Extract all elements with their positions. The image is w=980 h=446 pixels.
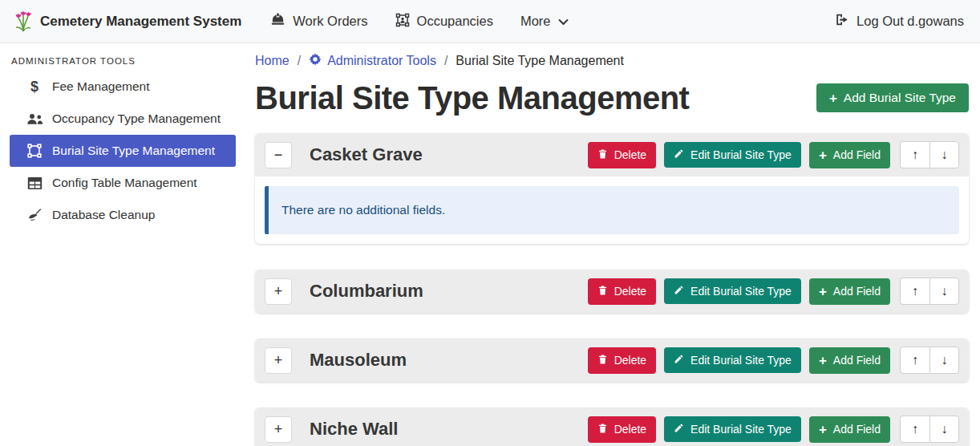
chevron-down-icon <box>558 14 569 29</box>
vector-square-icon <box>24 144 45 158</box>
gear-icon <box>309 53 322 69</box>
nav-item-more[interactable]: More <box>509 7 580 35</box>
panel-body: There are no additional fields. <box>255 176 969 244</box>
breadcrumb: Home / Administrator Tools / Burial Site… <box>255 53 969 69</box>
add-field-button[interactable]: + Add Field <box>809 278 890 305</box>
sidebar-item-label: Burial Site Type Management <box>52 144 215 158</box>
top-navbar: Cemetery Management System Work Orders <box>0 0 980 43</box>
add-field-button[interactable]: + Add Field <box>809 347 890 374</box>
add-field-label: Add Field <box>833 148 881 161</box>
sidebar-item-label: Database Cleanup <box>52 208 155 222</box>
panel-title: Mausoleum <box>310 350 407 371</box>
move-down-button[interactable]: ↓ <box>929 347 959 374</box>
nav-item-occupancies[interactable]: Occupancies <box>384 6 504 37</box>
move-up-button[interactable]: ↑ <box>900 416 929 443</box>
pencil-icon <box>674 285 684 298</box>
collapse-toggle-button[interactable]: − <box>265 142 292 168</box>
move-down-button[interactable]: ↓ <box>929 278 959 305</box>
dollar-icon: $ <box>24 79 45 95</box>
add-burial-site-type-button[interactable]: + Add Burial Site Type <box>816 83 969 112</box>
edit-label: Edit Burial Site Type <box>690 354 792 367</box>
table-icon <box>24 176 45 190</box>
move-up-button[interactable]: ↑ <box>900 278 929 305</box>
move-down-button[interactable]: ↓ <box>929 141 959 168</box>
expand-toggle-button[interactable]: + <box>265 347 292 374</box>
panel-header: + Niche Wall Delete Edit Burial Site Typ… <box>255 407 969 446</box>
add-field-label: Add Field <box>833 423 881 436</box>
edit-burial-site-type-button[interactable]: Edit Burial Site Type <box>664 278 801 304</box>
move-down-button[interactable]: ↓ <box>929 416 959 443</box>
broom-icon <box>24 208 45 222</box>
users-icon <box>24 113 45 125</box>
plus-icon: + <box>819 285 827 298</box>
delete-label: Delete <box>614 354 646 367</box>
edit-burial-site-type-button[interactable]: Edit Burial Site Type <box>664 347 801 373</box>
logout-icon <box>835 13 849 30</box>
pencil-icon <box>674 354 684 367</box>
breadcrumb-admin-tools-link[interactable]: Administrator Tools <box>309 53 436 69</box>
delete-label: Delete <box>614 148 646 161</box>
nav-label: Occupancies <box>417 14 493 29</box>
sidebar-item-database-cleanup[interactable]: Database Cleanup <box>10 199 236 231</box>
reorder-button-group: ↑ ↓ <box>900 278 959 305</box>
tulip-logo-icon <box>13 8 34 35</box>
nav-item-work-orders[interactable]: Work Orders <box>259 6 379 36</box>
panel-actions: Delete Edit Burial Site Type + Add Field… <box>580 416 959 443</box>
sidebar-item-occupancy-type-management[interactable]: Occupancy Type Management <box>10 103 236 135</box>
sidebar-item-burial-site-type-management[interactable]: Burial Site Type Management <box>10 135 236 167</box>
breadcrumb-home-link[interactable]: Home <box>255 54 290 68</box>
move-up-button[interactable]: ↑ <box>900 141 929 168</box>
add-field-button[interactable]: + Add Field <box>809 142 890 168</box>
sidebar-item-label: Config Table Management <box>52 176 197 190</box>
nav-links: Work Orders Occupan <box>259 6 579 37</box>
add-burial-site-type-label: Add Burial Site Type <box>844 91 956 105</box>
expand-toggle-button[interactable]: + <box>265 278 292 305</box>
plus-icon: + <box>819 423 827 436</box>
sidebar: ADMINISTRATOR TOOLS $ Fee Management Occ… <box>0 43 236 446</box>
panel-actions: Delete Edit Burial Site Type + Add Field… <box>580 278 959 305</box>
brand[interactable]: Cemetery Management System <box>13 8 241 35</box>
panel-mausoleum: + Mausoleum Delete Edit Burial Site Type… <box>255 339 969 382</box>
delete-button[interactable]: Delete <box>588 416 656 443</box>
panel-columbarium: + Columbarium Delete Edit Burial Site Ty… <box>255 270 969 313</box>
sidebar-item-fee-management[interactable]: $ Fee Management <box>10 71 236 103</box>
delete-button[interactable]: Delete <box>588 142 656 168</box>
add-field-button[interactable]: + Add Field <box>809 416 890 443</box>
delete-label: Delete <box>614 423 646 436</box>
sidebar-heading: ADMINISTRATOR TOOLS <box>10 43 236 71</box>
breadcrumb-admin-tools-label: Administrator Tools <box>327 54 436 68</box>
no-fields-info-alert: There are no additional fields. <box>265 186 959 234</box>
logout-label: Log Out d.gowans <box>856 14 964 29</box>
delete-label: Delete <box>614 285 646 298</box>
breadcrumb-separator: / <box>436 54 456 68</box>
panel-actions: Delete Edit Burial Site Type + Add Field… <box>580 347 959 374</box>
pencil-icon <box>674 148 684 161</box>
logout-button[interactable]: Log Out d.gowans <box>832 6 967 36</box>
sidebar-item-config-table-management[interactable]: Config Table Management <box>10 167 236 199</box>
panel-casket-grave: − Casket Grave Delete Edit Burial Site T… <box>255 133 969 244</box>
title-row: Burial Site Type Management + Add Burial… <box>255 80 969 116</box>
plus-icon: + <box>819 148 827 162</box>
breadcrumb-current: Burial Site Type Management <box>456 54 624 68</box>
edit-burial-site-type-button[interactable]: Edit Burial Site Type <box>664 416 801 442</box>
app-title: Cemetery Management System <box>40 14 241 30</box>
breadcrumb-separator: / <box>290 54 309 68</box>
main-content: Home / Administrator Tools / Burial Site… <box>236 43 980 446</box>
pencil-icon <box>674 423 684 436</box>
move-up-button[interactable]: ↑ <box>900 347 929 374</box>
delete-button[interactable]: Delete <box>588 347 656 374</box>
plus-icon: + <box>829 91 837 105</box>
reorder-button-group: ↑ ↓ <box>900 347 959 374</box>
add-field-label: Add Field <box>833 354 881 367</box>
sidebar-item-label: Occupancy Type Management <box>52 112 221 126</box>
delete-button[interactable]: Delete <box>588 278 656 305</box>
trash-icon <box>597 148 608 162</box>
panel-title: Columbarium <box>310 281 423 302</box>
expand-toggle-button[interactable]: + <box>265 416 292 443</box>
panel-title: Casket Grave <box>310 144 423 165</box>
edit-burial-site-type-button[interactable]: Edit Burial Site Type <box>664 142 801 168</box>
reorder-button-group: ↑ ↓ <box>900 141 959 168</box>
add-field-label: Add Field <box>833 285 881 298</box>
page-title: Burial Site Type Management <box>255 80 689 116</box>
plus-icon: + <box>819 354 827 367</box>
